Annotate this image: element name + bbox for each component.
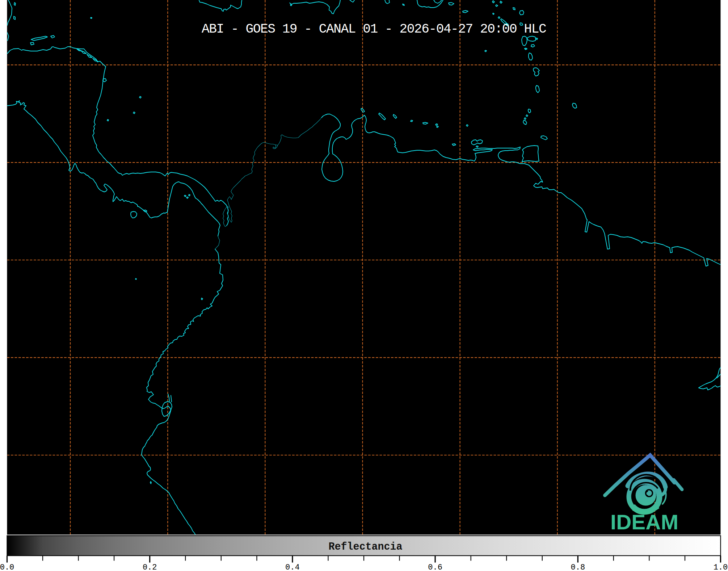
svg-text:Reflectancia: Reflectancia [329, 541, 403, 553]
svg-text:ABI - GOES 19 - CANAL 01 - 202: ABI - GOES 19 - CANAL 01 - 2026-04-27 20… [202, 22, 547, 37]
svg-text:IDEAM: IDEAM [610, 511, 678, 534]
